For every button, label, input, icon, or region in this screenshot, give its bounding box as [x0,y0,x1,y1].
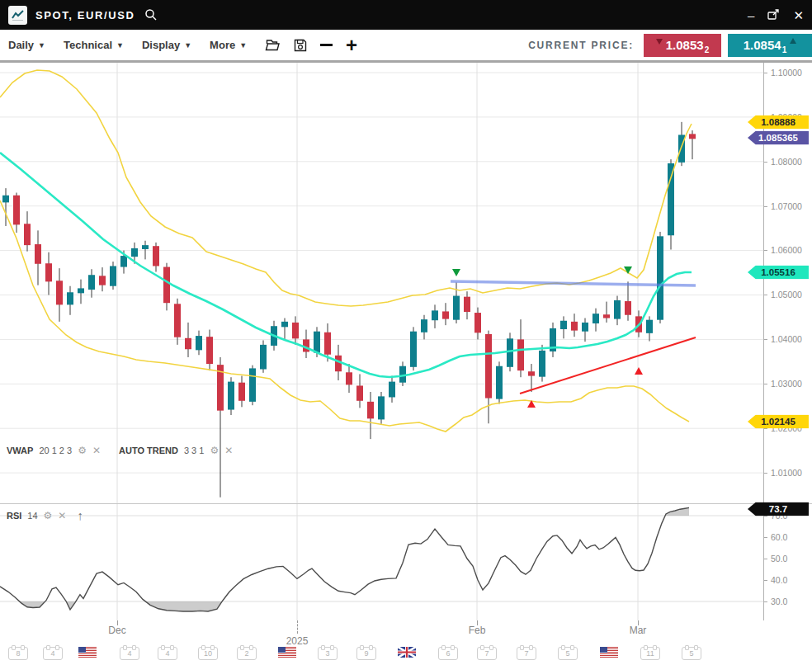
axis-tick [764,384,767,384]
price-axis-label: 1.01000 [771,468,802,478]
calendar-event-icon[interactable]: 8 [8,647,28,660]
price-axis-label: 1.06000 [771,245,802,255]
titlebar: SPOT, EUR/USD – ✕ [0,0,812,30]
calendar-event-icon[interactable]: 5 [682,647,701,660]
zoom-in-button[interactable]: + [346,37,357,54]
axis-tick [764,537,767,538]
autotrend-settings-icon[interactable]: ⚙ [210,445,219,456]
rsi-axis-label: 50.0 [771,554,787,564]
trading-app-window: SPOT, EUR/USD – ✕ Daily▼ Technical▼ Disp… [0,0,812,665]
price-chart-canvas[interactable] [0,63,763,503]
menu-daily[interactable]: Daily▼ [8,39,45,51]
autotrend-remove-icon[interactable]: ✕ [224,445,233,456]
calendar-event-icon[interactable]: 9 [356,647,376,660]
axis-tick [764,162,767,163]
vwap-line[interactable] [0,153,692,377]
vwap-indicator-params: 20 1 2 3 [39,446,72,455]
menu-technical[interactable]: Technical▼ [64,39,124,51]
chevron-down-icon: ▼ [184,41,191,50]
axis-tick [764,339,767,340]
search-icon[interactable] [144,8,158,21]
chevron-down-icon: ▼ [38,41,45,50]
calendar-event-icon[interactable]: 4 [120,647,139,660]
rsi-chart-canvas[interactable] [0,503,763,620]
chart-area[interactable]: VWAP 20 1 2 3 ⚙ ✕ AUTO TREND 3 3 1 ⚙ ✕ R… [0,63,812,665]
calendar-event-icon[interactable]: 11 [640,647,660,660]
calendar-event-icon[interactable]: 4 [43,647,63,660]
minimize-button[interactable]: – [748,9,754,21]
calendar-event-icon[interactable]: 7 [517,647,536,660]
axis-tick [764,580,767,581]
open-folder-icon[interactable] [265,39,281,51]
axis-tick [764,206,767,207]
axis-tick [764,601,767,602]
month-label: Mar [630,625,647,636]
calendar-event-icon[interactable]: 2 [237,647,257,660]
rsi-indicator-label: RSI [7,511,21,521]
menu-display[interactable]: Display▼ [142,39,191,51]
trend-down-marker [452,269,460,276]
axis-tick [764,73,767,73]
window-controls: – ✕ [748,9,804,21]
rsi-axis-label: 30.0 [771,597,787,606]
price-axis-label: 1.05000 [771,290,802,299]
price-marker-badge: 1.02145 [748,415,809,429]
calendar-event-icon[interactable]: 3 [318,647,338,660]
calendar-event-icon[interactable]: 6 [438,647,458,660]
time-axis: Dec2025FebMar8444102396775115 [0,620,812,665]
trend-up-marker [635,367,643,375]
autotrend-indicator-params: 3 3 1 [184,446,204,455]
axis-tick [764,559,767,559]
gb-flag-event-icon[interactable] [398,646,416,661]
vwap-indicator-label: VWAP [7,446,33,455]
axis-tick [764,295,767,295]
window-title: SPOT, EUR/USD [35,9,135,21]
rsi-axis-label: 40.0 [771,575,787,585]
rsi-indicator-params: 14 [27,511,37,521]
calendar-event-icon[interactable]: 5 [558,647,578,660]
price-axis-label: 1.04000 [771,334,802,344]
month-label: 2025 [286,635,309,647]
toolbar: Daily▼ Technical▼ Display▼ More▼ + CURRE… [0,30,812,63]
autotrend-indicator-label: AUTO TREND [119,446,178,455]
chart-app-icon [8,6,27,25]
rsi-line [0,507,689,611]
rsi-remove-icon[interactable]: ✕ [58,510,66,521]
rsi-labels-row: RSI 14 ⚙ ✕ ↑ [7,508,83,522]
rsi-settings-icon[interactable]: ⚙ [44,510,53,521]
bid-price-badge: 1.08532 [644,34,721,57]
arrow-up-icon [790,38,796,44]
support-line[interactable] [520,337,696,394]
axis-tick [764,473,767,474]
rsi-value-badge: 73.7 [748,502,809,516]
price-marker-badge: 1.08888 [748,116,809,130]
menu-more[interactable]: More▼ [210,39,247,51]
month-label: Feb [469,625,486,636]
zoom-out-button[interactable] [320,44,333,46]
calendar-event-icon[interactable]: 4 [158,647,177,660]
price-axis-label: 1.03000 [771,379,802,389]
calendar-event-icon[interactable]: 10 [198,647,218,660]
price-axis-label: 1.07000 [771,201,802,211]
price-axis-label: 1.08000 [771,157,802,167]
candles-layer[interactable] [2,122,696,498]
axis-tick [764,250,767,251]
move-indicator-up-icon[interactable]: ↑ [77,508,83,522]
price-axis-label: 1.10000 [771,68,802,78]
vwap-remove-icon[interactable]: ✕ [92,445,101,456]
ask-price-badge: 1.08541 [728,34,812,57]
us-flag-event-icon[interactable] [78,646,97,661]
rsi-axis-label: 60.0 [771,532,787,542]
indicator-labels-row: VWAP 20 1 2 3 ⚙ ✕ AUTO TREND 3 3 1 ⚙ ✕ [7,445,233,456]
panel-divider[interactable] [0,503,812,504]
vwap-settings-icon[interactable]: ⚙ [78,445,87,456]
calendar-event-icon[interactable]: 7 [477,647,497,660]
us-flag-event-icon[interactable] [278,646,296,661]
arrow-down-icon [656,39,663,45]
close-button[interactable]: ✕ [793,9,804,21]
us-flag-event-icon[interactable] [600,646,618,661]
month-label: Dec [108,625,125,636]
popout-button[interactable] [767,9,780,21]
save-icon[interactable] [294,39,307,52]
price-marker-badge: 1.085365 [748,131,809,145]
